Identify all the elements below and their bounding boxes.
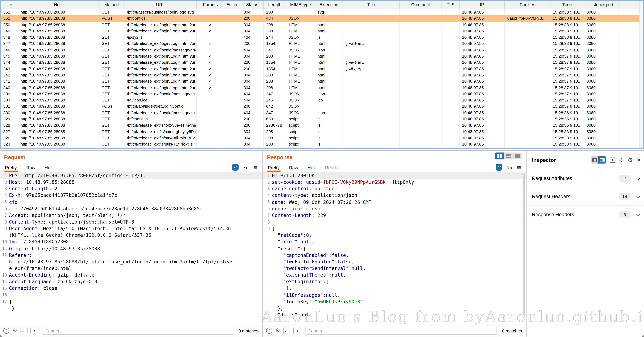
column-header-url[interactable]: URL [124,1,197,9]
tab-hex[interactable]: Hex [44,165,54,172]
column-header-params[interactable]: Params [197,1,224,9]
inspector-section-request-headers[interactable]: Request Headers14 [526,188,644,206]
help-icon[interactable]: ? [3,327,10,334]
request-response-divider[interactable] [262,151,263,337]
expand-all-icon[interactable] [610,157,615,163]
response-scrollbar-thumb[interactable] [523,174,525,315]
table-row[interactable]: 348http://10.48.97.85:28088GET/js/sy2.js… [1,34,643,41]
column-header--[interactable]: #∨ [1,1,18,9]
column-header-edited[interactable]: Edited [224,1,241,9]
table-row[interactable]: 333http://10.48.97.85:28088GET/favicon.i… [1,97,643,103]
editor-menu-icon[interactable]: ≡ [517,165,521,170]
layout-stacked-icon[interactable] [504,152,513,159]
table-row[interactable]: 331http://10.48.97.85:28088POST/bf/tpf/a… [1,103,643,110]
cell-n: 351 [1,15,18,22]
column-header-extension[interactable]: Extension [315,1,343,9]
table-row[interactable]: 339http://10.48.97.85:28088GET/bf/tpf/re… [1,91,643,97]
table-row[interactable]: 343http://10.48.97.85:28088GET/bf/tpf/re… [1,66,643,72]
table-row[interactable]: 329http://10.48.97.85:28088GET/bf/config… [1,116,643,122]
table-row[interactable]: 344http://10.48.97.85:28088GET/bf/tpf/re… [1,59,643,66]
tab-raw[interactable]: Raw [25,165,36,172]
search-settings-gear-icon[interactable]: ⚙ [12,327,18,334]
table-row[interactable]: 340http://10.48.97.85:28088GET/bf/tpf/re… [1,85,643,91]
editor-line-text: http://10.48.97.85:28088/bf/tpf/release_… [9,259,234,265]
cell-comment [400,15,442,22]
table-row[interactable]: 328http://10.48.97.85:28088GET/bf/tpf/re… [1,122,643,129]
column-header-length[interactable]: Length [264,1,286,9]
tab-pretty[interactable]: Pretty [267,165,280,172]
soft-wrap-icon[interactable]: ↩ [232,164,239,171]
next-match-button[interactable]: → [293,327,300,334]
table-row[interactable]: 346http://10.48.97.85:28088GET/bf/tpf/re… [1,47,643,53]
table-row[interactable]: 349http://10.48.97.85:28088GET/bf/tpf/re… [1,28,643,34]
show-newlines-icon[interactable]: \n [244,165,248,170]
column-header-host[interactable]: Host [18,1,99,9]
search-settings-gear-icon[interactable]: ⚙ [275,327,280,334]
table-row[interactable]: 322http://10.48.97.85:28088GET/bf/tpf/re… [1,147,643,148]
collapse-all-icon[interactable] [619,157,624,163]
soft-wrap-icon[interactable]: ↩ [496,164,502,171]
editor-line-text: Connection: close [9,285,58,291]
chevron-down-icon[interactable] [636,193,641,198]
cell-n: 343 [1,66,18,72]
tab-hex[interactable]: Hex [307,165,316,172]
request-editor[interactable]: 1POST http://10.48.97.85:28088/bf/config… [0,172,262,324]
table-row[interactable]: 323http://10.48.97.85:28088GET/bf/tpf/re… [1,141,643,147]
table-row-selected[interactable]: 351http://10.48.97.85:28088POST/bf/confi… [1,15,643,22]
line-number: 13 [0,273,9,277]
cell-n: 326 [1,135,18,141]
inspector-settings-gear-icon[interactable]: ⚙ [628,157,633,163]
column-header-listener-port[interactable]: Listener port [584,1,619,9]
previous-match-button[interactable]: ← [283,327,290,334]
table-vertical-scrollbar[interactable] [640,1,643,148]
tab-pretty[interactable]: Pretty [4,165,18,172]
help-icon[interactable]: ? [266,327,272,334]
tab-render[interactable]: Render [324,165,341,172]
inspector-section-response-headers[interactable]: Response Headers6 [526,206,644,224]
dock-right-icon[interactable] [598,156,606,164]
layout-side-by-side-icon[interactable] [495,152,504,159]
table-row[interactable]: 345http://10.48.97.85:28088GET/bf/tpf/re… [1,53,643,59]
table-row[interactable]: 330http://10.48.97.85:28088GET/bf/tpf/re… [1,110,643,116]
column-header-tls[interactable]: TLS [442,1,460,9]
response-inspector-divider[interactable] [526,151,526,337]
column-header-time[interactable]: Time [550,1,584,9]
column-header-status[interactable]: Status [241,1,264,9]
response-search-input[interactable] [305,327,497,335]
tab-raw[interactable]: Raw [288,165,299,172]
cell-url: /bf/tpf/release_ext/locale/message/en-..… [124,47,197,53]
column-header-cookies[interactable]: Cookies [505,1,550,9]
inspector-close-icon[interactable]: ✕ [636,157,641,163]
column-header-method[interactable]: Method [99,1,124,9]
inspector-section-request-attributes[interactable]: Request Attributes2 [526,169,644,188]
response-editor[interactable]: 1HTTP/1.1 200 OK2set-cookie: uasid=fbF0I… [263,172,526,324]
table-row[interactable]: 347http://10.48.97.85:28088GET/bf/tpf/re… [1,41,643,47]
cell-length: 2786778 [264,122,286,129]
table-row[interactable]: 341http://10.48.97.85:28088GET/bf/tpf/re… [1,78,643,85]
cell-ext: html [315,85,343,91]
dock-left-icon[interactable] [590,156,598,164]
column-header-title[interactable]: Title [343,1,400,9]
chevron-down-icon[interactable] [636,212,641,216]
table-row[interactable]: 342http://10.48.97.85:28088GET/bf/tpf/re… [1,72,643,78]
table-row[interactable]: 350http://10.48.97.85:28088GET/bf/tpf/re… [1,22,643,28]
chevron-down-icon[interactable] [636,175,641,180]
layout-single-icon[interactable] [513,152,522,159]
cell-params: ✓ [197,78,224,85]
table-row[interactable]: 327http://10.48.97.85:28088GET/bf/tpf/re… [1,129,643,135]
editor-menu-icon[interactable]: ≡ [253,165,258,170]
column-header-mime-type[interactable]: MIME type [286,1,315,9]
response-match-count: 0 matches [502,328,522,333]
column-header-comment[interactable]: Comment [400,1,442,9]
previous-match-button[interactable]: ← [20,327,27,334]
table-row[interactable]: 352http://10.48.97.85:28088GET/bf/tpf/as… [1,9,643,15]
cell-cookies [505,78,550,85]
column-header-ip[interactable]: IP [460,1,505,9]
line-number: 15 [0,286,9,290]
next-match-button[interactable]: → [30,327,37,334]
table-row[interactable]: 326http://10.48.97.85:28088GET/bf/tpf/re… [1,135,643,141]
cell-port: 8080 [584,59,619,66]
request-search-input[interactable] [42,327,233,335]
show-newlines-icon[interactable]: \n [507,165,512,170]
cell-host: http://10.48.97.85:28088 [18,28,99,34]
